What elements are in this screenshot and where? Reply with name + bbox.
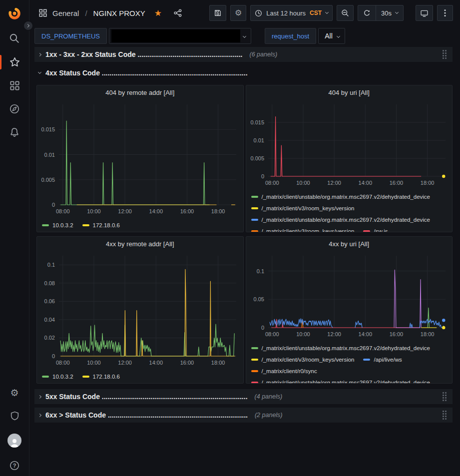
axis-label: 14:00 [149, 360, 163, 366]
axis-label: 10:00 [296, 180, 310, 186]
legend-label: 10.0.3.2 [52, 222, 73, 228]
chevron-right-icon [38, 52, 41, 56]
favorite-star-icon[interactable]: ★ [154, 9, 162, 17]
sidebar-item-alerting[interactable] [0, 127, 29, 138]
dashboard-settings-button[interactable]: ⚙ [230, 5, 246, 21]
legend-item[interactable]: 10.0.3.2 [42, 374, 73, 380]
legend-item[interactable]: /_matrix/client/v3/room_keys/version [251, 205, 355, 211]
datasource-variable-label[interactable]: DS_PROMETHEUS [34, 28, 107, 44]
series-line [270, 319, 333, 328]
grafana-logo[interactable] [0, 6, 29, 20]
legend-item[interactable]: 172.18.0.6 [82, 222, 120, 228]
datasource-variable-select[interactable] [109, 28, 251, 44]
axis-label: 08:00 [56, 360, 70, 366]
tv-mode-button[interactable] [416, 5, 433, 21]
refresh-button[interactable] [358, 5, 376, 20]
sidebar-item-search[interactable] [0, 33, 29, 44]
zoom-out-button[interactable] [337, 5, 354, 21]
sidebar-item-starred[interactable] [0, 56, 29, 68]
legend-swatch [363, 359, 370, 361]
row-panel-count: (6 panels) [249, 51, 277, 58]
panel-title[interactable]: 4xx by remote addr [All] [37, 237, 243, 251]
request-host-variable-select[interactable]: All [318, 28, 345, 44]
legend-label: /_matrix/client/unstable/org.matrix.msc2… [262, 345, 431, 351]
series-point [442, 319, 445, 322]
breadcrumb-separator: / [84, 9, 88, 17]
clock-icon [255, 9, 262, 17]
axis-label: 0.01 [44, 152, 55, 158]
panel-legend: 10.0.3.2172.18.0.6 [37, 219, 243, 232]
legend-item[interactable]: /_matrix/client/unstable/org.matrix.msc2… [251, 194, 431, 200]
row-header-5xx[interactable]: 5xx Status Code ........................… [34, 389, 453, 404]
legend-item[interactable]: /api/live/ws [363, 357, 402, 363]
legend-item[interactable]: /sw.js [363, 228, 388, 232]
legend-item[interactable]: /_matrix/client/v3/room_keys/version [251, 357, 355, 363]
row-drag-handle[interactable] [442, 49, 448, 60]
axis-label: 0.05 [253, 296, 264, 302]
sidebar-item-profile[interactable] [0, 434, 29, 448]
legend-item[interactable]: /_matrix/client/unstable/org.matrix.msc2… [251, 345, 431, 351]
more-options-button[interactable] [437, 5, 453, 21]
legend-label: /_matrix/client/unstable/org.matrix.msc2… [262, 194, 431, 200]
legend-item[interactable]: /_matrix/client/r0/sync [251, 368, 317, 374]
legend-row: 10.0.3.2172.18.0.6 [42, 371, 239, 382]
chart-svg[interactable]: 00.0050.010.01508:0010:0012:0014:0016:00… [246, 99, 453, 188]
chevron-right-icon [38, 413, 41, 417]
chevron-down-icon [337, 34, 340, 37]
chart-svg[interactable]: 00.0050.010.01508:0010:0012:0014:0016:00… [37, 99, 243, 217]
axis-label: 16:00 [180, 208, 194, 214]
sidebar-item-dashboards[interactable] [0, 80, 29, 91]
save-dashboard-button[interactable] [209, 5, 226, 21]
legend-row: /_matrix/client/unstable/org.matrix.msc2… [251, 342, 449, 354]
legend-item[interactable]: /_matrix/client/unstable/org.matrix.msc2… [251, 217, 431, 223]
legend-item[interactable]: 10.0.3.2 [42, 222, 73, 228]
share-button[interactable] [173, 8, 182, 17]
chart-area[interactable]: 00.0050.010.01508:0010:0012:0014:0016:00… [246, 99, 453, 190]
row-drag-handle[interactable] [442, 391, 448, 402]
axis-label: 14:00 [149, 208, 163, 214]
legend-swatch [251, 219, 258, 221]
row-header-4xx[interactable]: 4xx Status Code ........................… [34, 66, 453, 80]
sidebar-item-explore[interactable] [0, 103, 29, 114]
row-drag-handle[interactable] [442, 410, 448, 421]
breadcrumb-section[interactable]: General [52, 9, 79, 17]
sidebar: ⚙ ? [0, 0, 29, 476]
panel-title[interactable]: 404 by remote addr [All] [37, 85, 243, 99]
legend-item[interactable]: /_matrix/client/v3/room_keys/version [251, 228, 355, 232]
legend-item[interactable]: 172.18.0.6 [82, 374, 120, 380]
timezone-label: CST [310, 9, 322, 16]
dashboard-title[interactable]: NGINX PROXY [93, 9, 145, 17]
axis-label: 10:00 [87, 208, 101, 214]
legend-swatch [42, 224, 49, 226]
sidebar-item-configuration[interactable]: ⚙ [0, 387, 29, 398]
panel-title[interactable]: 404 by uri [All] [246, 85, 453, 99]
axis-label: 0.1 [47, 262, 55, 268]
sidebar-expand-button[interactable] [23, 20, 33, 31]
sidebar-item-server-admin[interactable] [0, 411, 29, 421]
chart-svg[interactable]: 00.020.040.060.080.108:0010:0012:0014:00… [37, 251, 243, 368]
chart-area[interactable]: 00.050.108:0010:0012:0014:0016:0018:00 [246, 251, 453, 342]
chart-svg[interactable]: 00.050.108:0010:0012:0014:0016:0018:00 [246, 251, 453, 340]
axis-label: 0.005 [41, 177, 55, 183]
series-line [270, 117, 421, 177]
sidebar-item-help[interactable]: ? [0, 460, 29, 471]
request-host-variable-label[interactable]: request_host [265, 28, 316, 44]
axis-label: 0.08 [44, 280, 55, 286]
series-line [428, 308, 429, 328]
row-header-1xx-3xx-2xx[interactable]: 1xx - 3xx - 2xx Status Code ............… [34, 47, 453, 62]
search-icon [9, 33, 20, 44]
axis-label: 16:00 [389, 180, 403, 186]
time-range-picker[interactable]: Last 12 hours CST [250, 5, 333, 21]
refresh-interval-select[interactable]: 30s [376, 5, 403, 20]
series-line [60, 324, 234, 356]
chart-area[interactable]: 00.020.040.060.080.108:0010:0012:0014:00… [37, 251, 243, 370]
legend-item[interactable]: /_matrix/client/unstable/org.matrix.msc2… [251, 380, 431, 384]
axis-label: 0.01 [253, 137, 264, 143]
chart-area[interactable]: 00.0050.010.01508:0010:0012:0014:0016:00… [37, 99, 243, 219]
panel-title[interactable]: 4xx by uri [All] [246, 237, 453, 251]
series-line [394, 270, 421, 328]
time-range-label: Last 12 hours [266, 9, 306, 17]
legend-label: 172.18.0.6 [93, 374, 120, 380]
axis-label: 12:00 [118, 208, 132, 214]
row-header-6xx[interactable]: 6xx > Status Code ......................… [34, 408, 453, 423]
